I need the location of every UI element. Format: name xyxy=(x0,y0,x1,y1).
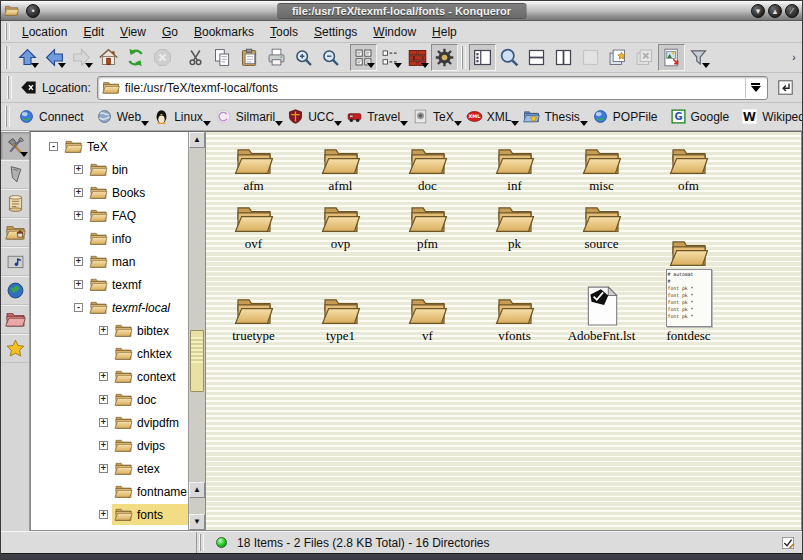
tree-scrollbar[interactable]: ▲ ▲ ▼ xyxy=(188,132,205,530)
file-item[interactable]: # automat # font pk * font pk * font pk … xyxy=(297,252,384,344)
location-dropdown-button[interactable] xyxy=(745,78,765,98)
bookmark-web[interactable]: Web xyxy=(92,106,149,127)
tree-item[interactable]: TeX xyxy=(31,135,188,158)
image-preview-button[interactable] xyxy=(658,44,685,71)
sidebar-root-folder-button[interactable] xyxy=(1,305,29,334)
tree-item[interactable]: info xyxy=(31,227,188,250)
close-tab-button[interactable] xyxy=(631,44,658,71)
tree-item-body[interactable]: fonts xyxy=(112,504,188,525)
tree-item-body[interactable]: doc xyxy=(112,389,188,410)
tree-expander[interactable] xyxy=(99,418,108,427)
multicolumn-view-button[interactable] xyxy=(404,44,431,71)
tree-item-body[interactable]: etex xyxy=(112,458,188,479)
bookmark-linux[interactable]: Linux xyxy=(149,106,211,127)
menubar-grip[interactable] xyxy=(5,23,10,40)
sidebar-bookmarks-star-button[interactable] xyxy=(1,334,29,363)
tree-item-body[interactable]: bibtex xyxy=(112,320,188,341)
tree-view-button[interactable] xyxy=(377,44,404,71)
maximize-button[interactable]: ▴ xyxy=(768,4,782,18)
tree-expander[interactable] xyxy=(99,395,108,404)
bookmark-wikipedia[interactable]: Wikipedia xyxy=(737,106,803,127)
bookmarkbar-grip[interactable] xyxy=(5,106,10,128)
file-item[interactable]: # automat # font pk * font pk * font pk … xyxy=(384,252,471,344)
bookmark-ucc[interactable]: UCC xyxy=(283,106,342,127)
back-button[interactable] xyxy=(41,44,68,71)
location-input[interactable] xyxy=(125,81,745,95)
bookmark-xml[interactable]: XML xyxy=(462,106,520,127)
cut-button[interactable] xyxy=(182,44,209,71)
reload-button[interactable] xyxy=(122,44,149,71)
go-button[interactable] xyxy=(772,76,798,100)
sticky-button[interactable]: • xyxy=(26,4,40,18)
tree-item[interactable]: etex xyxy=(31,457,188,480)
toolbar-grip[interactable] xyxy=(5,46,10,69)
menu-go[interactable]: Go xyxy=(154,23,186,41)
title-bar[interactable]: • file:/usr/TeX/texmf-local/fonts - Konq… xyxy=(1,1,802,21)
forward-button[interactable] xyxy=(68,44,95,71)
tree-item-body[interactable]: texmf xyxy=(87,274,188,295)
bookmark-travel[interactable]: Travel xyxy=(342,106,408,127)
statusbar-grip[interactable] xyxy=(199,534,204,551)
clear-location-button[interactable] xyxy=(16,76,40,100)
locationbar-grip[interactable] xyxy=(7,76,12,99)
scrollbar-thumb[interactable] xyxy=(190,330,204,392)
tree-expander[interactable] xyxy=(74,165,83,174)
tree-expander[interactable] xyxy=(99,372,108,381)
copy-button[interactable] xyxy=(209,44,236,71)
print-button[interactable] xyxy=(263,44,290,71)
menu-settings[interactable]: Settings xyxy=(306,23,365,41)
tree-item[interactable]: man xyxy=(31,250,188,273)
tree-item[interactable]: fonts xyxy=(31,503,188,526)
tree-item-body[interactable]: context xyxy=(112,366,188,387)
tree-item-body[interactable]: dvips xyxy=(112,435,188,456)
tree-expander[interactable] xyxy=(99,510,108,519)
tree-expander[interactable] xyxy=(74,257,83,266)
tree-expander[interactable] xyxy=(74,303,83,312)
minimize-button[interactable]: ▾ xyxy=(751,4,765,18)
filter-button[interactable] xyxy=(685,44,712,71)
tree-expander[interactable] xyxy=(99,441,108,450)
sidebar-network-button[interactable] xyxy=(1,276,29,305)
scroll-up-button[interactable]: ▲ xyxy=(189,132,205,148)
file-item[interactable]: # automat # font pk * font pk * font pk … xyxy=(471,136,558,194)
file-item[interactable]: # automat # font pk * font pk * font pk … xyxy=(210,136,297,194)
tree-item[interactable]: bin xyxy=(31,158,188,181)
tree-item-body[interactable]: texmf-local xyxy=(87,297,188,318)
show-sidebar-button[interactable] xyxy=(469,44,496,71)
sidebar-home-folder-button[interactable] xyxy=(1,218,29,247)
sidebar-history-button[interactable] xyxy=(1,189,29,218)
tree-item-body[interactable]: info xyxy=(87,228,188,249)
menu-window[interactable]: Window xyxy=(365,23,424,41)
tree-expander[interactable] xyxy=(49,142,58,151)
file-item[interactable]: # automat # font pk * font pk * font pk … xyxy=(297,136,384,194)
location-combobox[interactable] xyxy=(97,76,768,100)
tree-item[interactable]: chktex xyxy=(31,342,188,365)
tree-item-body[interactable]: fontname xyxy=(112,481,189,502)
new-tab-button[interactable] xyxy=(604,44,631,71)
home-button[interactable] xyxy=(95,44,122,71)
tree-item[interactable]: Books xyxy=(31,181,188,204)
bookmark-silmaril[interactable]: Silmaril xyxy=(211,106,283,127)
tree-item-body[interactable]: dvipdfm xyxy=(112,412,188,433)
tree-item[interactable]: texmf-local xyxy=(31,296,188,319)
file-item[interactable]: # automat # font pk * font pk * font pk … xyxy=(297,194,384,252)
tree-item[interactable]: dvipdfm xyxy=(31,411,188,434)
tree-item-body[interactable]: chktex xyxy=(112,343,188,364)
tree-item[interactable]: doc xyxy=(31,388,188,411)
tree-expander[interactable] xyxy=(99,326,108,335)
sidebar-bookmark-flag-button[interactable] xyxy=(1,160,29,189)
tree-item-body[interactable]: FAQ xyxy=(87,205,188,226)
bookmark-thesis[interactable]: Thesis xyxy=(519,106,587,127)
file-item[interactable]: # automat # font pk * font pk * font pk … xyxy=(210,252,297,344)
bookmark-popfile[interactable]: POPFile xyxy=(588,106,666,127)
tree-expander[interactable] xyxy=(99,464,108,473)
tree-expander[interactable] xyxy=(74,280,83,289)
file-item[interactable]: # automat # font pk * font pk * font pk … xyxy=(645,136,732,194)
tree-expander[interactable] xyxy=(74,211,83,220)
file-item[interactable]: # automat # font pk * font pk * font pk … xyxy=(471,252,558,344)
zoom-out-button[interactable] xyxy=(317,44,344,71)
tree-item-body[interactable]: man xyxy=(87,251,188,272)
menu-bookmarks[interactable]: Bookmarks xyxy=(186,23,262,41)
toolbar-extension-arrow[interactable]: › xyxy=(788,52,800,63)
tree-item-body[interactable]: bin xyxy=(87,159,188,180)
